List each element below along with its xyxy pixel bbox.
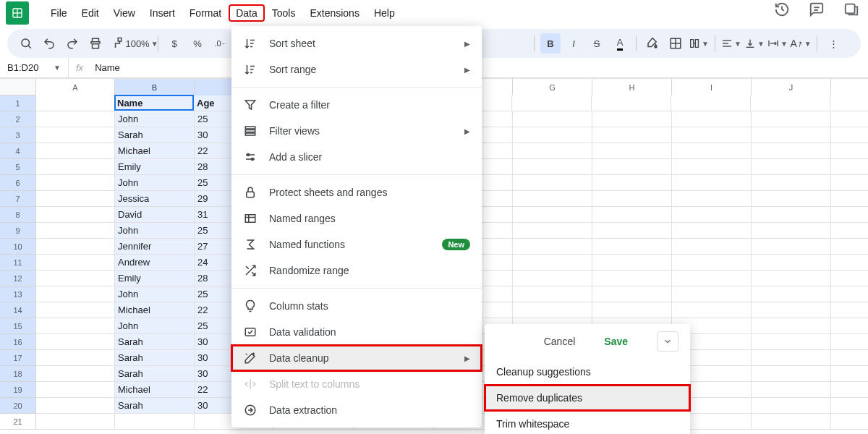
cell[interactable]: Sarah [115,366,195,382]
cell[interactable] [672,111,752,127]
cell[interactable] [36,255,115,271]
cell[interactable] [513,175,592,191]
col-header-I[interactable]: I [672,79,752,96]
cell[interactable] [513,239,592,255]
col-header-J[interactable]: J [752,79,831,96]
cell[interactable] [592,95,671,111]
cell[interactable] [36,398,115,414]
cell[interactable] [752,414,831,430]
h-align-button[interactable]: ▼ [721,33,741,54]
data-cleanup[interactable]: Data cleanup▶ [231,345,482,371]
row-header[interactable]: 14 [0,302,36,318]
redo-button[interactable] [62,33,82,54]
currency-button[interactable]: $ [164,33,184,54]
cell[interactable]: Emily [115,159,195,175]
menu-view[interactable]: View [106,4,142,22]
print-button[interactable] [85,33,106,54]
cell[interactable] [752,143,831,159]
cell[interactable] [752,175,831,191]
row-header[interactable]: 11 [0,255,36,271]
cell[interactable] [672,271,752,286]
cell[interactable] [36,111,115,127]
cell[interactable] [671,95,751,111]
cleanup-suggestions[interactable]: Cleanup suggestions [485,359,690,385]
cell[interactable] [36,159,115,175]
cell[interactable] [752,239,831,255]
cell[interactable] [36,223,115,239]
cell[interactable]: Jennifer [115,239,195,255]
cell[interactable] [592,159,672,175]
cell[interactable] [831,127,868,143]
cell[interactable] [36,271,115,286]
italic-button[interactable]: I [563,33,584,54]
text-color-button[interactable]: A [610,33,630,54]
cell[interactable] [752,271,831,286]
row-header[interactable]: 9 [0,223,36,239]
cell[interactable] [830,95,868,111]
cell[interactable] [592,223,672,239]
menu-insert[interactable]: Insert [142,4,182,22]
name-box[interactable]: B1:D20▼ [0,58,69,77]
cell[interactable] [752,302,831,318]
formula-input[interactable]: Name [90,62,120,73]
cell[interactable] [672,255,752,271]
cell[interactable] [831,350,868,366]
chevron-down-icon[interactable] [657,331,678,352]
cell[interactable] [672,286,752,302]
row-header[interactable]: 4 [0,143,36,159]
remove-duplicates[interactable]: Remove duplicates [485,385,690,411]
cell[interactable] [592,207,672,223]
cell[interactable] [513,255,592,271]
cell[interactable] [592,111,672,127]
cell[interactable] [672,239,752,255]
cell[interactable]: Sarah [115,127,195,143]
cell[interactable] [592,271,672,286]
cell[interactable] [831,366,868,382]
row-header[interactable]: 8 [0,207,36,223]
row-header[interactable]: 20 [0,398,36,414]
cell[interactable] [592,286,672,302]
zoom-select[interactable]: 100%▼ [132,33,152,54]
cell[interactable] [831,334,868,350]
row-header[interactable]: 10 [0,239,36,255]
cell[interactable] [513,143,592,159]
menu-item-column-stats[interactable]: Column stats [231,293,482,319]
row-header[interactable]: 7 [0,191,36,207]
cell[interactable] [752,255,831,271]
cell[interactable]: Sarah [115,398,195,414]
col-header-H[interactable]: H [592,79,672,96]
cell[interactable] [752,382,831,398]
trim-whitespace[interactable]: Trim whitespace [485,411,690,434]
cell[interactable] [831,239,868,255]
decrease-decimal-button[interactable]: .0← [210,33,231,54]
menu-item-create-a-filter[interactable]: Create a filter [231,92,482,118]
menu-item-protect-sheets-and-ranges[interactable]: Protect sheets and ranges [231,179,482,205]
comment-icon[interactable] [809,1,825,17]
cell[interactable] [672,175,752,191]
cell[interactable] [672,159,752,175]
cell[interactable]: John [115,175,195,191]
cell[interactable] [831,382,868,398]
cell[interactable] [36,95,115,111]
row-header[interactable]: 15 [0,318,36,334]
cell[interactable] [513,111,592,127]
cell[interactable] [592,191,672,207]
cell[interactable] [752,127,831,143]
menu-item-data-extraction[interactable]: Data extraction [231,397,482,423]
cell[interactable] [752,191,831,207]
cell[interactable] [115,414,195,430]
cell[interactable] [36,318,115,334]
save-button[interactable]: Save [604,336,628,347]
fill-color-button[interactable] [642,33,663,54]
cell[interactable]: Andrew [115,255,195,271]
row-header[interactable]: 5 [0,159,36,175]
select-all-corner[interactable] [0,78,36,95]
menu-tools[interactable]: Tools [265,4,303,22]
cell[interactable]: John [115,286,195,302]
cell[interactable] [672,127,752,143]
cell[interactable]: John [115,223,195,239]
cell[interactable] [592,127,672,143]
cell[interactable] [36,366,115,382]
cell[interactable] [36,286,115,302]
more-button[interactable]: ⋮ [823,33,843,54]
